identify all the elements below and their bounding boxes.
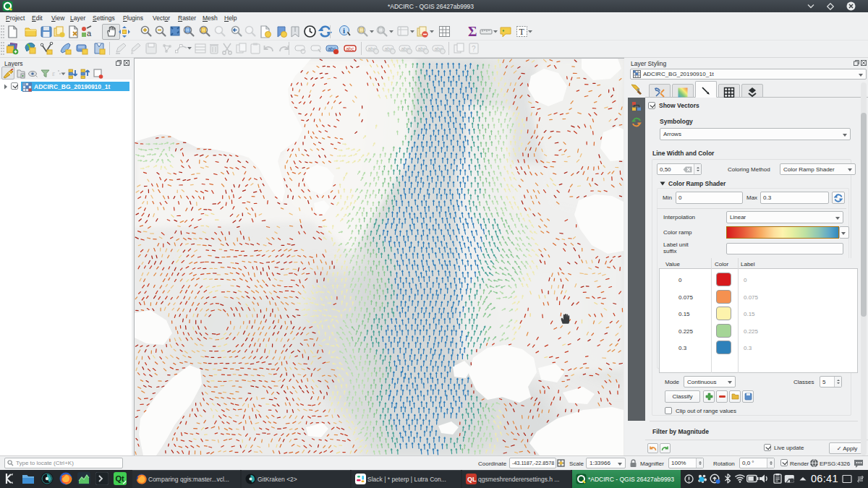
svg-text:ε: ε (52, 69, 55, 77)
svg-text:Σ: Σ (468, 24, 477, 38)
svg-text:?: ? (472, 45, 476, 53)
svg-text:i: i (343, 26, 345, 35)
svg-text:a: a (87, 29, 92, 38)
svg-text:abc: abc (346, 46, 354, 51)
svg-text:T: T (519, 27, 525, 37)
svg-text:Qt: Qt (116, 474, 125, 483)
svg-text:QL: QL (467, 476, 477, 483)
